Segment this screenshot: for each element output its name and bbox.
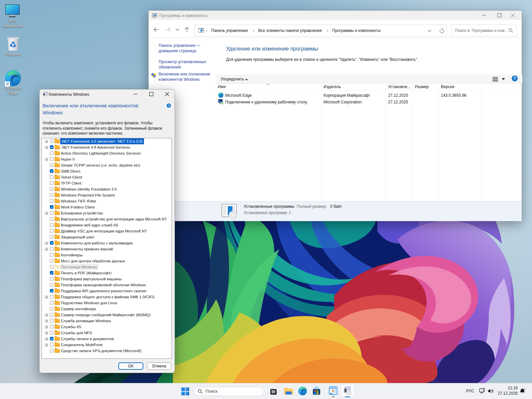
svg-text:z: z bbox=[524, 388, 526, 390]
svg-text:?: ? bbox=[513, 76, 516, 81]
svg-text:?: ? bbox=[168, 104, 170, 107]
